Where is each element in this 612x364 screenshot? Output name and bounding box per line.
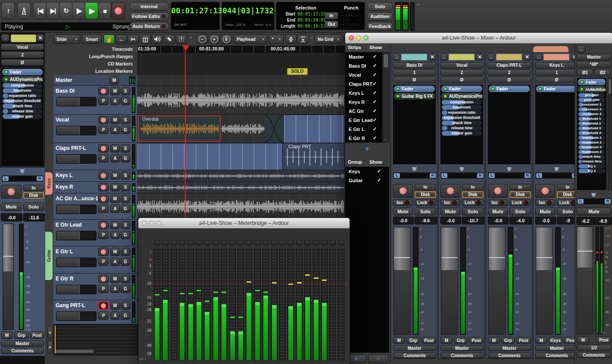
meterbridge-mute-button[interactable] [212,240,219,246]
monitor-disk-button[interactable]: Disk [415,191,436,198]
close-icon[interactable] [142,221,147,226]
meterbridge-mute-button[interactable] [287,240,294,246]
track-solo-button[interactable]: S [121,87,130,95]
meterbridge-mute-button[interactable] [313,240,319,246]
toolbar-chevron-icon[interactable]: ⌄ [416,1,420,6]
track-header-bass-di[interactable]: Bass DIMSPAG [53,86,137,115]
track-gain-slider[interactable] [56,205,97,214]
meterbridge-mute-button[interactable] [196,240,202,246]
track-solo-button[interactable]: S [121,183,130,191]
follow-edits-toggle[interactable]: Follow Edits [129,12,169,21]
strips-list-item[interactable]: E Gtr R✓ [345,134,382,143]
track-record-button[interactable] [98,116,109,124]
track-playlist-button[interactable]: P [98,258,109,266]
height-chevron-icon[interactable]: ⌄ [309,34,315,43]
pan-handle[interactable] [591,193,596,197]
solo-button[interactable]: Solo [23,202,44,211]
strips-list-item[interactable]: AC Gtr✓ [345,106,382,115]
empty-region[interactable] [137,143,283,170]
plugin-param[interactable]: EQ 1 [578,164,605,168]
meterbridge-mute-button[interactable] [296,240,303,246]
meterbridge-mute-button[interactable] [154,240,160,246]
meterbridge-mute-button[interactable] [204,240,210,246]
metronome-button[interactable] [17,2,31,19]
gain-fader[interactable] [441,227,458,335]
track-color-swatch[interactable] [496,54,522,60]
group-tab-guitar[interactable]: Guitar [45,232,53,280]
minimize-icon[interactable] [149,221,154,226]
pan-handle[interactable] [412,167,417,171]
track-solo-button[interactable]: S [121,302,130,310]
strip-name-button[interactable]: Bass DI [393,62,436,68]
zoom-out-button[interactable]: − [197,34,208,44]
remove-group-button[interactable]: − [368,355,388,363]
master-mute-button[interactable]: M [577,336,590,343]
plugin-param[interactable]: compression threshold [442,100,482,105]
strips-list-item[interactable]: Keys L✓ [345,88,382,97]
track-mute-button[interactable]: M [110,144,120,152]
output-button[interactable]: Master [488,345,531,351]
record-enable-button[interactable] [488,184,508,198]
processor-aumultiband[interactable]: AUMultiband [578,86,606,93]
playhead-marker[interactable] [182,46,189,51]
zoom-in-button[interactable]: + [209,34,220,44]
track-record-button[interactable] [98,183,109,191]
meterbridge-mute-button[interactable] [279,240,286,246]
master-mute-button[interactable]: M [488,337,500,344]
mute-button[interactable]: Mute [577,208,611,215]
mixer-titlebar[interactable]: a4-Live-Show – Mixer – Ardour [345,33,612,44]
track-automation-button[interactable]: A [110,258,120,266]
processor-fader[interactable]: Fader [578,79,606,85]
plugin-param[interactable]: threshold 2 [578,121,605,126]
pan-handle[interactable] [459,167,464,171]
track-header-vocal[interactable]: VocalMSPAG [53,115,137,143]
processor-box[interactable]: FaderAUMultibandpre-gainpost-gaincrossov… [577,78,607,190]
strip-resize-button[interactable]: ↔ [487,53,495,61]
processor-fader[interactable]: Fader [2,69,43,75]
monitor-input-button[interactable]: In [23,185,44,191]
strips-list-item[interactable]: Master✓ [345,52,382,61]
gain-fader[interactable] [393,227,411,335]
meterbridge-mute-button[interactable] [162,240,169,246]
lock-button[interactable]: Lock [462,199,484,206]
punch-in-button[interactable]: In [325,12,338,19]
track-mute-button[interactable]: M [110,221,120,229]
track-group-button[interactable]: G [121,311,130,320]
plugin-param[interactable]: expansion threshold [3,99,42,103]
strip-phase-button[interactable]: Ø [535,77,578,83]
track-automation-button[interactable]: A [110,231,120,239]
canvas-row-5[interactable] [137,182,345,193]
strips-list-item[interactable]: Keys R✓ [345,97,382,106]
pan-handle[interactable] [507,167,512,171]
strip-resize-button[interactable]: ↔ [1,34,9,42]
strip-close-button[interactable]: ✕ [476,53,484,61]
primary-clock[interactable]: 00:01:27:13 INT/MTC [171,2,220,30]
track-automation-button[interactable]: A [110,97,120,105]
record-enable-button[interactable] [440,184,460,198]
plugin-param[interactable]: crossover 1 [578,103,605,107]
plugin-param[interactable]: master gain [442,131,482,136]
output-button[interactable]: 1/2 [577,345,611,351]
ruler-strip[interactable] [137,53,345,61]
plugin-param[interactable]: release time [578,159,605,164]
summary-view-rect[interactable] [56,350,94,353]
track-mute-button[interactable]: M [110,116,120,124]
mute-button[interactable]: Mute [535,208,555,215]
track-gain-slider[interactable] [56,231,97,240]
phase-1-button[interactable]: Ø1 [577,69,593,76]
plugin-param[interactable]: expansion threshold [442,115,482,120]
track-group-button[interactable]: G [121,285,130,293]
group-button[interactable]: Grp [14,331,29,339]
processor-box[interactable]: FaderGuitar Rig 5 FX [393,84,436,165]
plugin-param[interactable]: headroom 4 [578,150,605,154]
metering-point-button[interactable]: Post [422,337,436,344]
strips-list-item[interactable]: Vocal✓ [345,70,382,79]
peak-display[interactable]: -11.6 [23,213,45,221]
scroll-right-button[interactable]: > [47,341,53,354]
close-icon[interactable] [349,35,354,40]
canvas-row-4[interactable] [137,170,345,182]
track-color-swatch[interactable] [11,34,36,42]
solo-marker[interactable]: SOLO [287,68,308,75]
plugin-param[interactable]: expansion ratio [442,110,482,115]
meterbridge-mute-button[interactable] [329,240,336,246]
